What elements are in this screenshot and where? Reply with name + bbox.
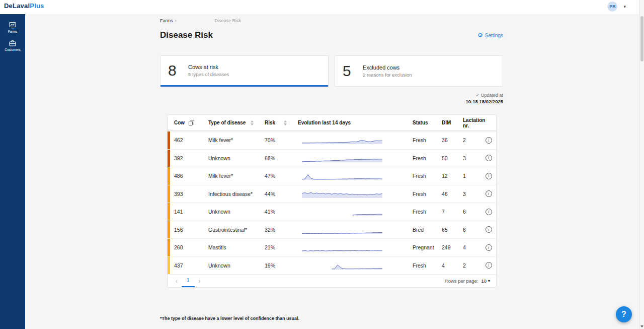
- sidebar-item-farms[interactable]: Farms: [0, 18, 25, 36]
- scrollbar-thumb[interactable]: [640, 16, 643, 61]
- col-type-of-disease[interactable]: Type of disease: [208, 120, 246, 125]
- rows-per-page-select[interactable]: 10 ▾: [481, 278, 490, 284]
- info-icon[interactable]: i: [486, 209, 492, 215]
- sparkline: [302, 224, 382, 235]
- cow-status: Fresh: [407, 191, 436, 197]
- updated-label: Updated at: [481, 93, 503, 98]
- risk-percent: 21%: [259, 244, 292, 250]
- table-row[interactable]: 437 Unknown 19% Fresh 4 2 i: [168, 256, 496, 275]
- breadcrumb-current: Disease Risk: [215, 18, 242, 23]
- card-title: Excluded cows: [363, 64, 412, 71]
- table-header: Cow Type of disease Risk Ev: [168, 115, 496, 131]
- sparkline: [302, 206, 382, 217]
- customers-icon: [9, 40, 16, 47]
- account-chevron-down-icon[interactable]: ▾: [623, 4, 626, 9]
- disease-type: Milk fever*: [202, 137, 259, 143]
- table-row[interactable]: 141 Unknown 41% Fresh 7 6 i: [168, 203, 496, 221]
- lactation-number: 3: [457, 191, 481, 197]
- page-title: Disease Risk: [160, 30, 213, 40]
- table-row[interactable]: 393 Infectious disease* 44% Fresh 46 3 i: [168, 185, 496, 203]
- table-row[interactable]: 486 Milk fever* 47% Fresh 12 1 i: [168, 167, 496, 185]
- page-next-icon[interactable]: ›: [195, 278, 205, 285]
- risk-percent: 68%: [259, 155, 292, 161]
- cow-status: Fresh: [407, 262, 436, 269]
- app-logo[interactable]: DeLavalPlus: [4, 2, 44, 10]
- disease-type: Unknown: [202, 262, 259, 269]
- help-button[interactable]: ?: [616, 306, 632, 322]
- risk-percent: 19%: [259, 262, 292, 269]
- cow-id: 141: [170, 209, 202, 215]
- risk-percent: 41%: [259, 209, 292, 215]
- disease-footnote: *The type of disease have a lower level …: [160, 316, 503, 321]
- dim-value: 65: [436, 227, 457, 233]
- table-row[interactable]: 392 Unknown 68% Fresh 50 3 i: [168, 149, 496, 167]
- cow-id: 260: [170, 244, 202, 250]
- page-number[interactable]: 1: [182, 275, 195, 287]
- disease-type: Milk fever*: [202, 173, 259, 179]
- col-dim: DIM: [442, 120, 451, 125]
- chevron-down-icon: ▾: [488, 279, 490, 283]
- rows-per-page-label: Rows per page:: [445, 278, 478, 284]
- updated-timestamp: 10:18 18/02/2025: [160, 99, 503, 104]
- risk-percent: 70%: [259, 137, 292, 143]
- sparkline: [302, 134, 382, 145]
- user-avatar[interactable]: PR: [607, 2, 617, 12]
- sort-icon[interactable]: [284, 120, 287, 125]
- sparkline: [302, 188, 382, 199]
- table-row[interactable]: 260 Mastitis 21% Pregnant 249 4 i: [168, 238, 496, 256]
- scrollbar-down-icon[interactable]: [640, 325, 643, 327]
- col-status: Status: [413, 120, 428, 125]
- sidebar-item-label: Customers: [5, 48, 20, 51]
- col-risk[interactable]: Risk: [265, 120, 275, 125]
- dim-value: 50: [436, 155, 457, 161]
- settings-label: Settings: [485, 33, 503, 38]
- breadcrumb-farms[interactable]: Farms: [160, 18, 173, 23]
- vertical-scrollbar[interactable]: [639, 0, 644, 329]
- cow-status: Bred: [407, 227, 436, 233]
- excluded-cows-count: 5: [343, 62, 359, 80]
- sidebar: Farms Customers: [0, 14, 25, 329]
- logo-plus: Plus: [30, 2, 44, 10]
- info-icon[interactable]: i: [486, 173, 492, 179]
- cows-at-risk-count: 8: [168, 62, 184, 79]
- disease-type: Infectious disease*: [202, 191, 259, 197]
- tab-excluded-cows[interactable]: 5 Excluded cows 2 reasons for exclusion: [335, 55, 503, 87]
- info-icon[interactable]: i: [486, 190, 492, 197]
- info-icon[interactable]: i: [486, 244, 492, 251]
- sort-icon[interactable]: [251, 120, 254, 125]
- disease-type: Unknown: [202, 209, 259, 215]
- dim-value: 46: [436, 191, 457, 197]
- disease-risk-table: Cow Type of disease Risk Ev: [167, 114, 497, 288]
- info-icon[interactable]: i: [486, 262, 492, 269]
- dim-value: 249: [436, 244, 457, 250]
- rows-per-page-value: 10: [481, 278, 487, 284]
- table-body: 462 Milk fever* 70% Fresh 36 2 i 392 Unk…: [168, 131, 496, 274]
- copy-icon[interactable]: [189, 120, 194, 125]
- cow-id: 393: [170, 191, 202, 197]
- cow-status: Pregnant: [407, 244, 436, 250]
- card-subtitle: 5 types of diseases: [188, 72, 229, 77]
- col-cow[interactable]: Cow: [174, 120, 185, 125]
- info-icon[interactable]: i: [486, 155, 492, 161]
- settings-button[interactable]: ⚙ Settings: [477, 32, 503, 38]
- pagination: ‹ 1 › Rows per page: 10 ▾: [168, 274, 496, 287]
- lactation-number: 6: [457, 227, 481, 233]
- info-icon[interactable]: i: [486, 226, 492, 233]
- dim-value: 36: [436, 137, 457, 143]
- gear-icon: ⚙: [477, 32, 483, 38]
- evolution-sparkline: [292, 206, 407, 218]
- risk-percent: 44%: [259, 191, 292, 197]
- evolution-sparkline: [292, 241, 407, 253]
- info-icon[interactable]: i: [486, 137, 492, 144]
- lactation-number: 2: [457, 137, 481, 143]
- cow-id: 486: [170, 173, 202, 179]
- card-title: Cows at risk: [188, 64, 229, 70]
- tab-cows-at-risk[interactable]: 8 Cows at risk 5 types of diseases: [160, 55, 329, 87]
- lactation-number: 2: [457, 262, 481, 269]
- sparkline: [302, 152, 382, 163]
- page-prev-icon[interactable]: ‹: [172, 278, 182, 285]
- sparkline: [302, 259, 382, 271]
- sidebar-item-customers[interactable]: Customers: [0, 36, 25, 54]
- table-row[interactable]: 156 Gastrointestinal* 32% Bred 65 6 i: [168, 221, 496, 239]
- table-row[interactable]: 462 Milk fever* 70% Fresh 36 2 i: [168, 131, 496, 149]
